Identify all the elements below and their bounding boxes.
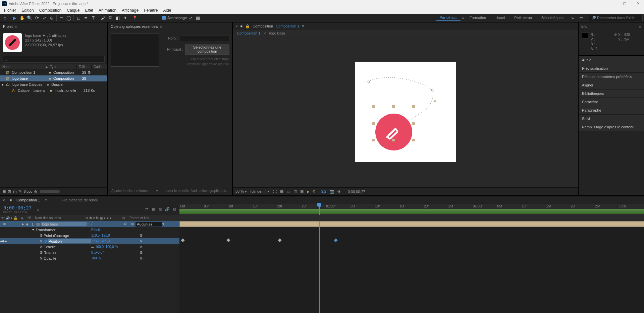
timeline-tracks[interactable] <box>179 221 644 313</box>
tl-icon[interactable]: ■ <box>9 198 12 202</box>
viewer-exposure[interactable]: +0,0 <box>319 190 326 194</box>
project-search[interactable]: ⌕ <box>3 56 105 63</box>
viewer-btn-reset-exp[interactable]: ⟲ <box>312 189 315 194</box>
zoom-select[interactable]: 50 % ▾ <box>235 189 247 194</box>
panel-libraries[interactable]: Bibliothèques <box>579 89 644 98</box>
panel-align[interactable]: Aligner <box>579 81 644 89</box>
pen-tool[interactable]: ✒ <box>82 14 90 21</box>
comp-active-tab[interactable]: Composition 1 <box>276 24 299 28</box>
roto-tool[interactable]: ✦ <box>121 14 129 21</box>
col-type[interactable]: Type <box>48 65 77 69</box>
panel-preview[interactable]: Prévisualisation <box>579 64 644 73</box>
tl-btn2[interactable]: ▦ <box>152 207 155 211</box>
layer-bar[interactable] <box>179 221 644 227</box>
resolution-select[interactable]: (Un demi) ▾ <box>250 189 269 194</box>
col-size[interactable]: Taille <box>77 65 92 69</box>
tl-tab-menu[interactable]: ≡ <box>45 198 47 202</box>
comp-toggle[interactable]: ■ <box>240 24 243 28</box>
comp-panel-menu[interactable]: ≡ <box>302 24 304 28</box>
ellipse-tool[interactable]: ◯ <box>65 14 72 21</box>
menu-aide[interactable]: Aide <box>160 7 174 13</box>
panel-audio[interactable]: Audio <box>579 56 644 64</box>
prop-position[interactable]: ◂◆▸ ⊚ ⏱ Position 223,2 ,405,3 ⊚ <box>0 238 179 244</box>
maximize-button[interactable]: ▢ <box>621 1 629 6</box>
workspace-petit[interactable]: Petit écran <box>510 15 536 21</box>
keyframe-1[interactable] <box>181 238 184 242</box>
workspace-default[interactable]: Par défaut <box>436 14 461 21</box>
text-tool[interactable]: T <box>90 14 97 21</box>
proj-footer-newcomp[interactable]: ▧ <box>8 189 11 194</box>
workspace-usuel[interactable]: Usuel <box>491 15 509 21</box>
menu-fichier[interactable]: Fichier <box>1 7 19 13</box>
proj-footer-trash[interactable]: 🗑 <box>34 190 38 194</box>
viewer-btn-region[interactable]: ◫ <box>293 189 297 194</box>
eraser-tool[interactable]: ◧ <box>114 14 121 21</box>
snap-checkbox[interactable] <box>162 16 166 20</box>
snap-opt2[interactable]: ▦ <box>194 14 202 21</box>
prop-opacity[interactable]: ⊚ Opacité 100 % ⊚ <box>0 255 179 261</box>
tl-close[interactable]: × <box>3 198 5 202</box>
tl-tab-render[interactable]: File d'attente de rendu <box>62 198 98 202</box>
panel-content-aware[interactable]: Remplissage d'après le contenu <box>579 123 644 131</box>
selection-tool[interactable]: ▶ <box>11 14 18 21</box>
prop-anchor[interactable]: ⊚ Point d'ancrage 118,5 ,121,0 ⊚ <box>0 233 179 238</box>
eg-principal-select[interactable]: Sélectionnez une composition <box>185 44 229 55</box>
menu-affichage[interactable]: Affichage <box>119 7 141 13</box>
brush-tool[interactable]: 🖌 <box>99 14 107 21</box>
workspace-panel[interactable]: ▭ <box>578 14 585 21</box>
col-tag[interactable]: ◈ <box>43 65 48 69</box>
eg-export[interactable]: orter le modèle d'animations graphiques.… <box>166 189 229 193</box>
puppet-tool[interactable]: 📍 <box>131 14 139 21</box>
project-row-ai[interactable]: Ai Calque ...base.ai ■ Illustr...orielle… <box>0 87 107 93</box>
workspace-more[interactable]: » <box>569 14 576 21</box>
panel-character[interactable]: Caractère <box>579 98 644 106</box>
proj-footer-newfolder[interactable]: 🗀 <box>13 190 17 194</box>
viewer-btn-snapshot[interactable]: 📷 <box>329 189 334 194</box>
menu-fenetre[interactable]: Fenêtre <box>141 7 160 13</box>
anchor-tool[interactable]: ⊕ <box>48 14 55 21</box>
project-row-comp1[interactable]: ▧ Composition 1 ■ Composition 29⚙ <box>0 69 107 75</box>
breadcrumb-comp1[interactable]: Composition 1 <box>237 31 260 35</box>
project-row-folder[interactable]: ▾🗀 logo base Calques ■ Dossier <box>0 81 107 87</box>
keyframe-3[interactable] <box>278 238 281 242</box>
viewer-btn-transparency[interactable]: ▦ <box>280 189 283 194</box>
menu-composition[interactable]: Composition <box>37 7 64 13</box>
tl-tab-comp1[interactable]: Composition 1 <box>16 198 40 202</box>
viewer-btn-mask[interactable]: ▭ <box>287 189 290 194</box>
transform-row[interactable]: ▾ Transformer Réinit. <box>0 227 179 233</box>
tl-btn5[interactable]: ⊡ <box>173 207 176 211</box>
menu-effet[interactable]: Effet <box>82 7 96 13</box>
prop-rotation[interactable]: ⊚ Rotation 0 x+0,0 ° ⊚ <box>0 250 179 255</box>
viewer-btn-show-snap[interactable]: 👁 <box>337 190 341 194</box>
close-button[interactable]: ✕ <box>634 1 642 6</box>
workspace-formation[interactable]: Formation <box>466 15 490 21</box>
panel-tracker[interactable]: Suivi <box>579 115 644 123</box>
comp-close[interactable]: × <box>235 24 237 28</box>
timeline-ruler[interactable]: :00f05f10f 15f20f25f 01:00f05f10f 15f20f… <box>179 204 644 215</box>
project-panel-menu[interactable]: ≡ <box>15 24 17 28</box>
layer-row-1[interactable]: 👁 ▸ ■ 1 ▧ logo base ⊕ ╱ ⚙ ⊚ Aucun(e) ▾ <box>0 221 179 227</box>
playhead[interactable] <box>319 204 320 215</box>
zoom-tool[interactable]: 🔍 <box>26 14 33 21</box>
col-cadence[interactable]: Caden <box>92 65 107 69</box>
comp-lock[interactable]: 🔒 <box>245 24 250 28</box>
orbit-tool[interactable]: ⟳ <box>33 14 41 21</box>
snap-opt1[interactable]: ⤢ <box>187 14 194 21</box>
viewer-btn-full[interactable]: ⛶ <box>273 190 277 194</box>
workspace-biblio[interactable]: Bibliothèques <box>537 15 568 21</box>
panel-paragraph[interactable]: Paragraphe <box>579 106 644 115</box>
keyframe-2[interactable] <box>226 238 230 242</box>
menu-calque[interactable]: Calque <box>64 7 82 13</box>
tl-btn3[interactable]: ▧ <box>158 207 162 211</box>
timeline-timecode[interactable]: 0;00;00;27 <box>3 205 32 210</box>
eg-panel-menu[interactable]: ≡ <box>160 24 162 28</box>
composition-viewer[interactable] <box>233 37 578 187</box>
proj-footer-bpc[interactable]: 8 bpc <box>24 190 32 193</box>
menu-edition[interactable]: Édition <box>19 7 37 13</box>
rotate-tool[interactable]: ⤢ <box>41 14 48 21</box>
viewer-timecode[interactable]: 0;00;00;27 <box>348 190 365 194</box>
tl-btn4[interactable]: 🔗 <box>165 207 170 211</box>
hand-tool[interactable]: ✋ <box>18 14 26 21</box>
col-name[interactable]: Nom <box>0 65 43 69</box>
shape-tool[interactable]: ◻ <box>75 14 82 21</box>
